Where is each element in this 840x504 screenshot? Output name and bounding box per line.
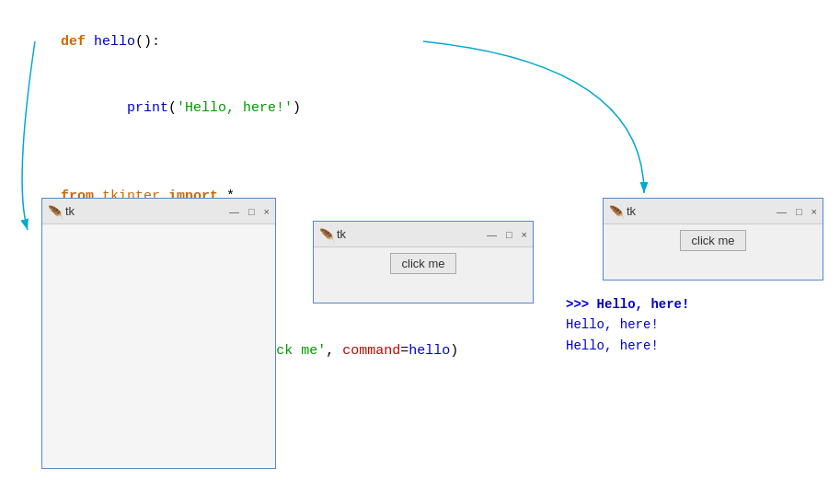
window-3-title: tk bbox=[627, 204, 777, 218]
window-3: 🪶 tk — □ × click me bbox=[603, 198, 823, 281]
code-line-blank1 bbox=[28, 142, 458, 164]
close-btn-1[interactable]: × bbox=[264, 206, 270, 217]
maximize-btn-3[interactable]: □ bbox=[796, 206, 802, 217]
output-prompt: >>> Hello, here! bbox=[566, 297, 689, 312]
minimize-btn-3[interactable]: — bbox=[777, 206, 787, 217]
output-result-2: Hello, here! bbox=[566, 338, 659, 353]
window-3-body: click me bbox=[604, 224, 823, 280]
output-line-1: Hello, here! bbox=[566, 315, 689, 335]
maximize-btn-1[interactable]: □ bbox=[248, 206, 255, 217]
code-line-2: print('Hello, here!') bbox=[28, 75, 458, 142]
output-area: >>> Hello, here! Hello, here! Hello, her… bbox=[566, 294, 689, 356]
window-2-controls: — □ × bbox=[487, 229, 527, 240]
window-1-title: tk bbox=[65, 204, 229, 218]
minimize-btn-1[interactable]: — bbox=[229, 206, 239, 217]
window-1-body bbox=[42, 224, 275, 468]
click-me-button-3[interactable]: click me bbox=[680, 230, 747, 251]
window-2-title: tk bbox=[337, 227, 487, 241]
tk-icon-2: 🪶 bbox=[319, 228, 332, 241]
tk-icon-3: 🪶 bbox=[609, 205, 622, 218]
window-2: 🪶 tk — □ × click me bbox=[313, 221, 534, 304]
click-me-button-2[interactable]: click me bbox=[390, 253, 457, 274]
code-line-1: def hello(): bbox=[28, 9, 458, 75]
output-prompt-line: >>> Hello, here! bbox=[566, 294, 689, 315]
window-1-controls: — □ × bbox=[229, 206, 270, 217]
output-result-1: Hello, here! bbox=[566, 317, 659, 332]
window-2-titlebar: 🪶 tk — □ × bbox=[314, 222, 533, 247]
window-1-titlebar: 🪶 tk — □ × bbox=[42, 199, 275, 224]
tk-icon-1: 🪶 bbox=[48, 205, 61, 218]
close-btn-3[interactable]: × bbox=[811, 206, 817, 217]
window-3-controls: — □ × bbox=[777, 206, 817, 217]
window-3-titlebar: 🪶 tk — □ × bbox=[604, 199, 823, 224]
close-btn-2[interactable]: × bbox=[522, 229, 527, 240]
maximize-btn-2[interactable]: □ bbox=[506, 229, 512, 240]
window-1: 🪶 tk — □ × bbox=[41, 198, 276, 469]
output-line-2: Hello, here! bbox=[566, 336, 689, 356]
minimize-btn-2[interactable]: — bbox=[487, 229, 497, 240]
window-2-body: click me bbox=[314, 247, 533, 303]
